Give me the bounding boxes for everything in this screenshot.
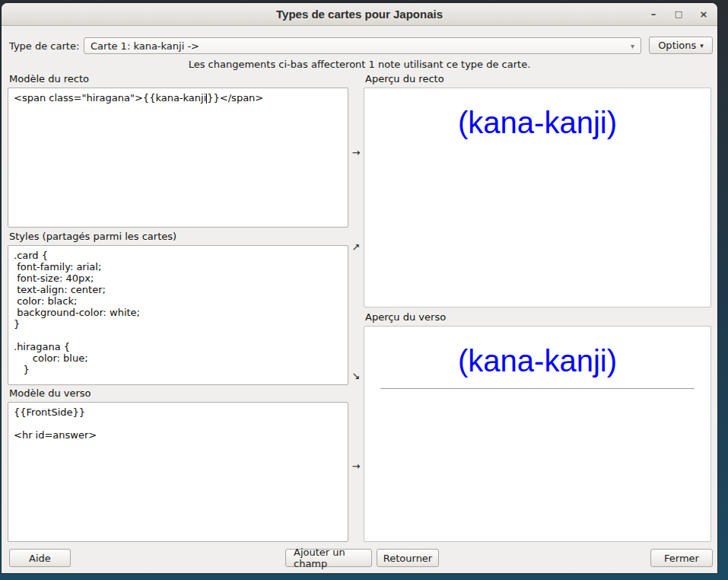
close-button[interactable]: × (698, 3, 710, 25)
styles-editor[interactable]: .card { font-family: arial; font-size: 4… (8, 245, 348, 385)
add-field-button[interactable]: Ajouter un champ (285, 549, 372, 567)
arrow-down-right-icon: ↘ (350, 370, 362, 381)
flip-button[interactable]: Retourner (377, 549, 439, 567)
close-dialog-button[interactable]: Fermer (650, 549, 713, 567)
card-type-label: Type de carte: (9, 38, 79, 55)
front-preview-text: (kana-kanji) (364, 105, 711, 140)
front-template-editor[interactable]: <span class="hiragana">{{kana-kanji}}</s… (8, 88, 348, 228)
front-template-code-after: }}</span> (207, 92, 263, 104)
card-type-selected-value: Carte 1: kana-kanji -> (91, 40, 626, 52)
titlebar[interactable]: Types de cartes pour Japonais – □ × (2, 3, 717, 26)
front-preview-label: Aperçu du recto (365, 73, 444, 84)
arrow-right-icon: → (350, 460, 362, 472)
back-template-label: Modèle du verso (9, 387, 91, 399)
back-preview-text: (kana-kanji) (364, 343, 711, 378)
back-preview-pane: (kana-kanji) (364, 326, 711, 542)
chevron-down-icon: ▾ (631, 42, 634, 50)
styles-label: Styles (partagés parmi les cartes) (9, 231, 176, 242)
window-title: Types de cartes pour Japonais (276, 8, 443, 21)
chevron-down-icon: ▾ (700, 42, 704, 49)
back-preview-label: Aperçu du verso (365, 311, 446, 323)
back-template-editor[interactable]: {{FrontSide}} <hr id=answer> (8, 402, 348, 542)
maximize-button[interactable]: □ (672, 3, 685, 25)
help-button[interactable]: Aide (9, 549, 71, 567)
front-template-label: Modèle du recto (9, 73, 89, 84)
options-button[interactable]: Options ▾ (649, 37, 713, 54)
affected-notes-info: Les changements ci-bas affecteront 1 not… (2, 59, 717, 70)
options-button-label: Options (658, 40, 696, 51)
window-controls: – □ × (647, 3, 713, 25)
answer-divider (380, 388, 695, 389)
arrow-right-icon: → (350, 147, 362, 158)
minimize-button[interactable]: – (647, 3, 660, 25)
card-types-window: Types de cartes pour Japonais – □ × Type… (2, 3, 717, 573)
arrow-up-right-icon: ↗ (350, 241, 362, 253)
card-type-select[interactable]: Carte 1: kana-kanji -> ▾ (84, 37, 641, 54)
front-preview-pane: (kana-kanji) (364, 88, 711, 308)
front-template-code: <span class="hiragana">{{kana-kanji (14, 92, 206, 104)
